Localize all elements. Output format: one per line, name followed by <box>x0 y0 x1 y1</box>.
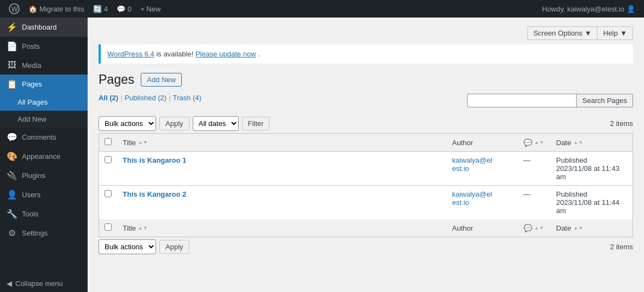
main-content: Screen Options ▼ Help ▼ WordPress 6.4 is… <box>88 18 644 292</box>
settings-icon: ⚙ <box>7 228 18 238</box>
table-row: This is Kangaroo 2 kaiwalya@elest.io — P… <box>99 186 633 220</box>
migrate-icon: 🏠 <box>28 5 37 13</box>
sidebar-item-all-pages[interactable]: All Pages <box>0 94 88 111</box>
help-chevron-icon: ▼ <box>620 29 627 37</box>
admin-bar: W 🏠 Migrate to this 🔄 4 💬 0 + New Howdy,… <box>0 0 644 18</box>
page-title-link[interactable]: This is Kangaroo 1 <box>123 156 186 164</box>
author-col-header: Author <box>447 134 518 152</box>
comments-footer-icon: 💬 <box>524 224 532 232</box>
date-status: Published <box>556 156 588 164</box>
media-icon: 🖼 <box>7 60 18 70</box>
collapse-icon: ◀ <box>7 279 12 288</box>
page-title-link[interactable]: This is Kangaroo 2 <box>123 190 186 198</box>
sidebar-item-plugins[interactable]: 🔌 Plugins <box>0 166 88 185</box>
sidebar-item-settings[interactable]: ⚙ Settings <box>0 224 88 243</box>
date-sort-footer-link[interactable]: Date <box>556 224 571 232</box>
date-col-header[interactable]: Date ▲▼ <box>551 134 633 152</box>
comments-col-header[interactable]: 💬 ▲▼ <box>518 134 551 152</box>
chevron-down-icon: ▼ <box>585 29 592 37</box>
admin-bar-right: Howdy, kaiwalya@elest.io 👤 <box>538 0 640 18</box>
dates-select[interactable]: All dates <box>193 116 239 131</box>
row-author-cell: kaiwalya@elest.io <box>447 186 518 220</box>
select-all-footer-col[interactable] <box>99 219 118 237</box>
update-notice: WordPress 6.4 is available! Please updat… <box>99 44 633 64</box>
wp-logo[interactable]: W <box>4 0 24 18</box>
comments-header-icon: 💬 <box>524 139 532 147</box>
row-comments-cell: — <box>518 152 551 186</box>
sidebar-item-add-new[interactable]: Add New <box>0 111 88 128</box>
plugins-icon: 🔌 <box>7 170 18 181</box>
top-toolbar: Bulk actions Apply All dates Filter 2 it… <box>99 116 633 131</box>
top-bar: Screen Options ▼ Help ▼ <box>99 26 633 40</box>
screen-options-button[interactable]: Screen Options ▼ <box>527 26 597 40</box>
filter-published-link[interactable]: Published (2) <box>125 94 167 102</box>
bottom-toolbar: Bulk actions Apply 2 items <box>99 239 633 254</box>
sidebar-item-dashboard[interactable]: ⚡ Dashboard <box>0 18 88 37</box>
author-link[interactable]: kaiwalya@elest.io <box>452 190 492 207</box>
help-button[interactable]: Help ▼ <box>597 26 633 40</box>
comment-icon: 💬 <box>117 5 125 13</box>
search-pages-button[interactable]: Search Pages <box>577 94 633 107</box>
title-sort-footer-link[interactable]: Title <box>123 224 136 232</box>
row-checkbox-cell[interactable] <box>99 152 118 186</box>
dashboard-icon: ⚡ <box>7 22 18 32</box>
title-sort-arrows: ▲▼ <box>138 141 148 144</box>
select-all-checkbox[interactable] <box>105 138 112 145</box>
row-author-cell: kaiwalya@elest.io <box>447 152 518 186</box>
sidebar-item-comments[interactable]: 💬 Comments <box>0 128 88 147</box>
filter-trash-link[interactable]: Trash (4) <box>173 94 202 102</box>
sidebar-item-appearance[interactable]: 🎨 Appearance <box>0 147 88 166</box>
wordpress-version-link[interactable]: WordPress 6.4 <box>107 50 154 58</box>
sidebar-item-tools[interactable]: 🔧 Tools <box>0 204 88 224</box>
add-new-button[interactable]: Add New <box>141 73 182 87</box>
users-icon: 👤 <box>7 190 18 200</box>
comments-item[interactable]: 💬 0 <box>112 0 136 18</box>
revisions-item[interactable]: 🔄 4 <box>89 0 112 18</box>
table-header-row: Title ▲▼ Author 💬 ▲▼ Date ▲▼ <box>99 134 633 152</box>
pages-submenu: All Pages Add New <box>0 94 88 128</box>
row-date-cell: Published 2023/11/08 at 11:44 am <box>551 186 633 220</box>
new-item[interactable]: + New <box>136 0 165 18</box>
title-footer-col[interactable]: Title ▲▼ <box>117 219 447 237</box>
sidebar-item-users[interactable]: 👤 Users <box>0 185 88 204</box>
sidebar-item-media[interactable]: 🖼 Media <box>0 56 88 75</box>
user-greeting[interactable]: Howdy, kaiwalya@elest.io 👤 <box>538 0 640 18</box>
row-checkbox-cell[interactable] <box>99 186 118 220</box>
row-title-cell: This is Kangaroo 2 <box>117 186 447 220</box>
row-date-cell: Published 2023/11/08 at 11:43 am <box>551 152 633 186</box>
pages-icon: 📋 <box>7 79 18 89</box>
svg-text:W: W <box>12 5 18 13</box>
date-value: 2023/11/08 at 11:44 am <box>556 198 620 215</box>
migrate-item[interactable]: 🏠 Migrate to this <box>24 0 89 18</box>
date-sort-arrows: ▲▼ <box>573 141 583 144</box>
collapse-menu[interactable]: ◀ Collapse menu <box>0 275 88 292</box>
update-now-link[interactable]: Please update now <box>196 50 256 58</box>
row-checkbox[interactable] <box>105 190 112 197</box>
date-footer-col[interactable]: Date ▲▼ <box>551 219 633 237</box>
bulk-actions-bottom-select[interactable]: Bulk actions <box>99 239 156 254</box>
search-input[interactable] <box>467 94 577 107</box>
sidebar-item-posts[interactable]: 📄 Posts <box>0 37 88 56</box>
user-avatar-icon: 👤 <box>626 5 635 13</box>
title-footer-sort-arrows: ▲▼ <box>138 226 148 230</box>
filter-all-link[interactable]: All (2) <box>99 94 118 102</box>
sidebar-item-pages[interactable]: 📋 Pages <box>0 75 88 94</box>
bulk-actions-select[interactable]: Bulk actions <box>99 116 156 131</box>
apply-button-bottom[interactable]: Apply <box>159 240 189 254</box>
pages-table: Title ▲▼ Author 💬 ▲▼ Date ▲▼ <box>99 133 633 237</box>
tools-icon: 🔧 <box>7 209 18 219</box>
date-sort-link[interactable]: Date <box>556 139 571 147</box>
author-link[interactable]: kaiwalya@elest.io <box>452 156 492 173</box>
items-count-bottom: 2 items <box>610 243 633 251</box>
apply-button-top[interactable]: Apply <box>159 117 189 130</box>
select-all-footer-checkbox[interactable] <box>105 224 112 231</box>
comments-footer-col[interactable]: 💬 ▲▼ <box>518 219 551 237</box>
row-checkbox[interactable] <box>105 156 112 163</box>
title-col-header[interactable]: Title ▲▼ <box>117 134 447 152</box>
select-all-col[interactable] <box>99 134 118 152</box>
filter-button[interactable]: Filter <box>242 117 270 130</box>
search-row: Search Pages <box>467 94 633 107</box>
page-title: Pages <box>99 72 134 87</box>
sidebar: ⚡ Dashboard 📄 Posts 🖼 Media 📋 Pages All … <box>0 18 88 292</box>
title-sort-link[interactable]: Title <box>123 139 136 147</box>
